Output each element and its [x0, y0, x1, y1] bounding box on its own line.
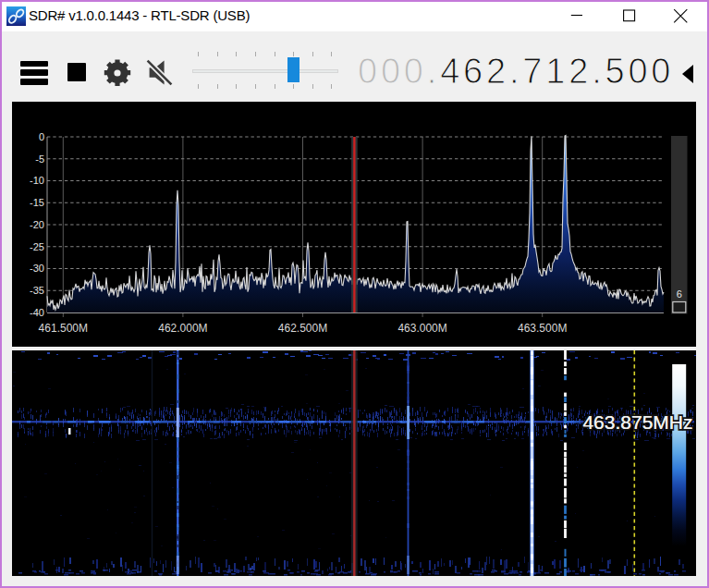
svg-text:463.875MHz: 463.875MHz [582, 411, 692, 433]
svg-text:-20: -20 [30, 219, 44, 230]
svg-text:-5: -5 [35, 153, 44, 165]
svg-text:463.500M: 463.500M [518, 322, 567, 335]
svg-text:-10: -10 [30, 175, 44, 186]
svg-text:462.500M: 462.500M [278, 322, 327, 335]
svg-text:-30: -30 [30, 263, 44, 274]
svg-text:462.000M: 462.000M [158, 322, 207, 335]
svg-text:-25: -25 [30, 241, 44, 252]
svg-text:463.000M: 463.000M [397, 322, 446, 335]
svg-text:0: 0 [39, 131, 44, 142]
svg-text:-15: -15 [30, 197, 44, 208]
svg-text:6: 6 [677, 288, 682, 300]
svg-text:-35: -35 [30, 285, 44, 296]
svg-text:461.500M: 461.500M [39, 322, 88, 335]
svg-text:-40: -40 [30, 307, 44, 318]
